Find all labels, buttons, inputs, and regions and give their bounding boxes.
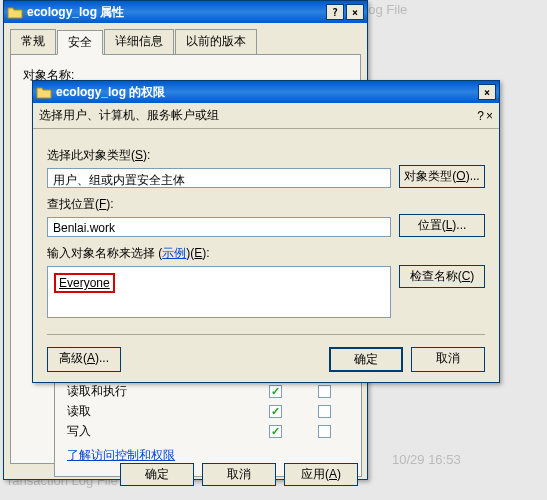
window-title: ecology_log 属性	[27, 4, 326, 21]
advanced-button[interactable]: 高级(A)...	[47, 347, 121, 372]
tab-details[interactable]: 详细信息	[104, 29, 174, 54]
example-link[interactable]: 示例	[162, 246, 186, 260]
background-text: 10/29 16:53	[392, 452, 461, 467]
permission-row: 写入	[67, 421, 349, 441]
apply-button[interactable]: 应用(A)	[284, 463, 358, 486]
close-button[interactable]: ×	[478, 84, 496, 100]
titlebar[interactable]: ecology_log 属性 ? ×	[4, 1, 367, 23]
tab-previous[interactable]: 以前的版本	[175, 29, 257, 54]
deny-checkbox[interactable]	[318, 385, 331, 398]
permission-label: 读取	[67, 403, 251, 420]
deny-checkbox[interactable]	[318, 405, 331, 418]
ok-button[interactable]: 确定	[120, 463, 194, 486]
object-type-label: 选择此对象类型(S):	[47, 147, 391, 164]
tabstrip: 常规 安全 详细信息 以前的版本	[4, 25, 367, 54]
allow-checkbox[interactable]	[269, 405, 282, 418]
permission-label: 读取和执行	[67, 383, 251, 400]
titlebar[interactable]: ecology_log 的权限 ×	[33, 81, 499, 103]
help-button[interactable]: ?	[326, 4, 344, 20]
cancel-button[interactable]: 取消	[202, 463, 276, 486]
dialog-heading: 选择用户、计算机、服务帐户或组	[39, 107, 219, 124]
deny-checkbox[interactable]	[318, 425, 331, 438]
permission-row: 读取	[67, 401, 349, 421]
location-value: Benlai.work	[47, 217, 391, 237]
close-button[interactable]: ×	[486, 109, 493, 123]
help-button[interactable]: ?	[477, 109, 484, 123]
permission-row: 读取和执行	[67, 381, 349, 401]
close-button[interactable]: ×	[346, 4, 364, 20]
enter-names-label: 输入对象名称来选择 (示例)(E):	[47, 245, 391, 262]
folder-icon	[36, 85, 52, 99]
window-title: ecology_log 的权限	[56, 84, 478, 101]
permission-label: 写入	[67, 423, 251, 440]
allow-checkbox[interactable]	[269, 425, 282, 438]
dialog-heading-row: 选择用户、计算机、服务帐户或组 ? ×	[33, 103, 499, 129]
object-type-value: 用户、组或内置安全主体	[47, 168, 391, 188]
entered-name: Everyone	[54, 273, 115, 293]
tab-security[interactable]: 安全	[57, 30, 103, 55]
select-object-window: ecology_log 的权限 × 选择用户、计算机、服务帐户或组 ? × 选择…	[32, 80, 500, 383]
object-types-button[interactable]: 对象类型(O)...	[399, 165, 485, 188]
check-names-button[interactable]: 检查名称(C)	[399, 265, 485, 288]
object-names-input[interactable]: Everyone	[47, 266, 391, 318]
tab-general[interactable]: 常规	[10, 29, 56, 54]
cancel-button[interactable]: 取消	[411, 347, 485, 372]
location-label: 查找位置(F):	[47, 196, 391, 213]
locations-button[interactable]: 位置(L)...	[399, 214, 485, 237]
folder-icon	[7, 5, 23, 19]
allow-checkbox[interactable]	[269, 385, 282, 398]
dialog-buttons: 确定 取消 应用(A)	[130, 455, 362, 494]
divider	[47, 334, 485, 335]
ok-button[interactable]: 确定	[329, 347, 403, 372]
